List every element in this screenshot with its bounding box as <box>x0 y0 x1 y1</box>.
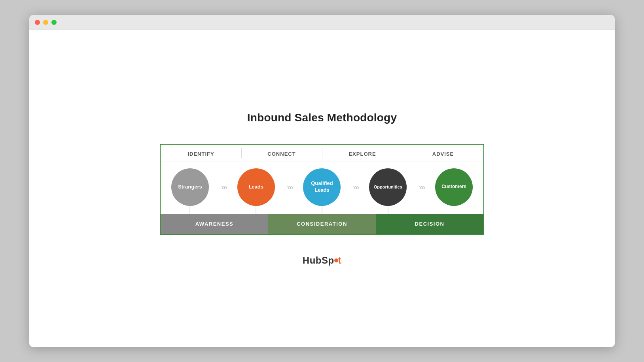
page-title: Inbound Sales Methodology <box>247 111 397 124</box>
bottom-awareness: AWARENESS <box>161 214 268 234</box>
bottom-consideration: CONSIDERATION <box>268 214 376 234</box>
circles-section: Strangers »» Leads »» QualifiedLeads <box>161 162 483 212</box>
connector-opportunities <box>388 206 388 214</box>
chevron-icon-3: »» <box>353 183 357 192</box>
node-opportunities: Opportunities <box>369 168 407 206</box>
main-content: Inbound Sales Methodology IDENTIFY CONNE… <box>29 30 615 347</box>
browser-window: Inbound Sales Methodology IDENTIFY CONNE… <box>29 15 615 347</box>
node-strangers-area: Strangers <box>167 168 213 206</box>
columns-header: IDENTIFY CONNECT EXPLORE ADVISE <box>161 145 483 162</box>
methodology-diagram: IDENTIFY CONNECT EXPLORE ADVISE Stranger… <box>160 144 484 235</box>
arrow-2: »» <box>279 183 299 192</box>
col-explore: EXPLORE <box>322 145 403 162</box>
node-opportunities-area: Opportunities <box>365 168 411 206</box>
node-strangers: Strangers <box>171 168 209 206</box>
hubspot-logo: HubSpt <box>303 255 341 266</box>
chevron-icon-4: »» <box>419 183 423 192</box>
col-advise: ADVISE <box>403 145 483 162</box>
node-leads: Leads <box>237 168 275 206</box>
arrow-1: »» <box>213 183 233 192</box>
arrow-3: »» <box>345 183 365 192</box>
connector-leads <box>256 206 256 214</box>
bottom-bar: AWARENESS CONSIDERATION DECISION <box>161 214 483 234</box>
titlebar <box>29 15 615 30</box>
chevron-icon-1: »» <box>221 183 225 192</box>
node-qualified-area: QualifiedLeads <box>299 168 345 206</box>
hubspot-spot-text: t <box>338 255 342 266</box>
arrow-4: »» <box>411 183 431 192</box>
col-connect: CONNECT <box>241 145 322 162</box>
hubspot-dot <box>334 258 338 262</box>
hubspot-hub-text: HubSp <box>303 255 334 266</box>
node-qualified-leads: QualifiedLeads <box>303 168 341 206</box>
maximize-button[interactable] <box>51 20 57 25</box>
close-button[interactable] <box>35 20 40 25</box>
chevron-icon-2: »» <box>287 183 291 192</box>
connector-qualified <box>322 206 322 214</box>
node-leads-area: Leads <box>233 168 279 206</box>
connector-strangers <box>190 206 190 214</box>
node-customers: Customers <box>435 168 473 206</box>
bottom-decision: DECISION <box>376 214 483 234</box>
minimize-button[interactable] <box>43 20 48 25</box>
node-customers-area: Customers <box>431 168 477 206</box>
col-identify: IDENTIFY <box>161 145 241 162</box>
